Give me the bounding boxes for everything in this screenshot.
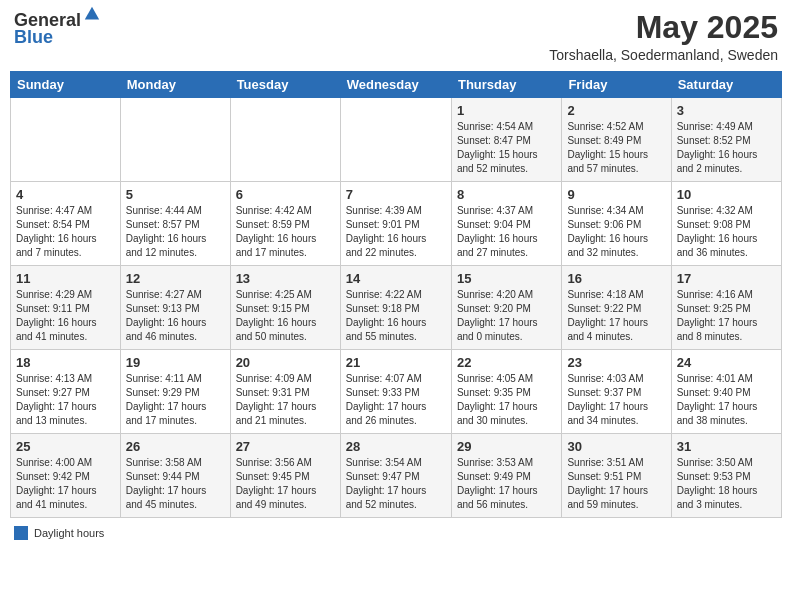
day-header-tuesday: Tuesday [230, 72, 340, 98]
day-info: Sunrise: 3:50 AM Sunset: 9:53 PM Dayligh… [677, 456, 776, 512]
day-number: 19 [126, 355, 225, 370]
day-number: 18 [16, 355, 115, 370]
day-cell: 24Sunrise: 4:01 AM Sunset: 9:40 PM Dayli… [671, 350, 781, 434]
day-number: 9 [567, 187, 665, 202]
day-info: Sunrise: 4:07 AM Sunset: 9:33 PM Dayligh… [346, 372, 446, 428]
day-cell: 5Sunrise: 4:44 AM Sunset: 8:57 PM Daylig… [120, 182, 230, 266]
day-info: Sunrise: 4:11 AM Sunset: 9:29 PM Dayligh… [126, 372, 225, 428]
day-info: Sunrise: 4:16 AM Sunset: 9:25 PM Dayligh… [677, 288, 776, 344]
day-info: Sunrise: 4:27 AM Sunset: 9:13 PM Dayligh… [126, 288, 225, 344]
day-cell: 6Sunrise: 4:42 AM Sunset: 8:59 PM Daylig… [230, 182, 340, 266]
day-number: 29 [457, 439, 556, 454]
day-info: Sunrise: 4:44 AM Sunset: 8:57 PM Dayligh… [126, 204, 225, 260]
day-cell [230, 98, 340, 182]
logo-blue-text: Blue [14, 27, 53, 48]
day-info: Sunrise: 4:54 AM Sunset: 8:47 PM Dayligh… [457, 120, 556, 176]
day-number: 15 [457, 271, 556, 286]
day-cell [120, 98, 230, 182]
day-cell: 20Sunrise: 4:09 AM Sunset: 9:31 PM Dayli… [230, 350, 340, 434]
day-cell: 7Sunrise: 4:39 AM Sunset: 9:01 PM Daylig… [340, 182, 451, 266]
page-header: General Blue May 2025 Torshaella, Soeder… [10, 10, 782, 63]
day-cell: 8Sunrise: 4:37 AM Sunset: 9:04 PM Daylig… [451, 182, 561, 266]
day-number: 25 [16, 439, 115, 454]
day-number: 3 [677, 103, 776, 118]
day-info: Sunrise: 3:56 AM Sunset: 9:45 PM Dayligh… [236, 456, 335, 512]
day-info: Sunrise: 4:05 AM Sunset: 9:35 PM Dayligh… [457, 372, 556, 428]
day-number: 28 [346, 439, 446, 454]
day-cell [11, 98, 121, 182]
day-cell: 3Sunrise: 4:49 AM Sunset: 8:52 PM Daylig… [671, 98, 781, 182]
day-info: Sunrise: 3:58 AM Sunset: 9:44 PM Dayligh… [126, 456, 225, 512]
day-cell: 13Sunrise: 4:25 AM Sunset: 9:15 PM Dayli… [230, 266, 340, 350]
logo-icon [83, 5, 101, 23]
day-number: 8 [457, 187, 556, 202]
day-info: Sunrise: 3:54 AM Sunset: 9:47 PM Dayligh… [346, 456, 446, 512]
day-number: 7 [346, 187, 446, 202]
day-info: Sunrise: 4:49 AM Sunset: 8:52 PM Dayligh… [677, 120, 776, 176]
day-cell: 25Sunrise: 4:00 AM Sunset: 9:42 PM Dayli… [11, 434, 121, 518]
day-header-friday: Friday [562, 72, 671, 98]
day-number: 26 [126, 439, 225, 454]
day-number: 14 [346, 271, 446, 286]
day-number: 5 [126, 187, 225, 202]
day-info: Sunrise: 4:52 AM Sunset: 8:49 PM Dayligh… [567, 120, 665, 176]
day-header-sunday: Sunday [11, 72, 121, 98]
day-cell: 28Sunrise: 3:54 AM Sunset: 9:47 PM Dayli… [340, 434, 451, 518]
day-number: 31 [677, 439, 776, 454]
day-number: 22 [457, 355, 556, 370]
day-cell: 17Sunrise: 4:16 AM Sunset: 9:25 PM Dayli… [671, 266, 781, 350]
logo: General Blue [14, 10, 101, 48]
day-cell: 12Sunrise: 4:27 AM Sunset: 9:13 PM Dayli… [120, 266, 230, 350]
day-cell: 19Sunrise: 4:11 AM Sunset: 9:29 PM Dayli… [120, 350, 230, 434]
day-info: Sunrise: 3:53 AM Sunset: 9:49 PM Dayligh… [457, 456, 556, 512]
day-header-saturday: Saturday [671, 72, 781, 98]
day-info: Sunrise: 4:22 AM Sunset: 9:18 PM Dayligh… [346, 288, 446, 344]
day-info: Sunrise: 4:09 AM Sunset: 9:31 PM Dayligh… [236, 372, 335, 428]
day-cell [340, 98, 451, 182]
day-info: Sunrise: 4:32 AM Sunset: 9:08 PM Dayligh… [677, 204, 776, 260]
day-info: Sunrise: 4:25 AM Sunset: 9:15 PM Dayligh… [236, 288, 335, 344]
day-cell: 29Sunrise: 3:53 AM Sunset: 9:49 PM Dayli… [451, 434, 561, 518]
day-cell: 31Sunrise: 3:50 AM Sunset: 9:53 PM Dayli… [671, 434, 781, 518]
day-cell: 18Sunrise: 4:13 AM Sunset: 9:27 PM Dayli… [11, 350, 121, 434]
day-header-monday: Monday [120, 72, 230, 98]
day-cell: 9Sunrise: 4:34 AM Sunset: 9:06 PM Daylig… [562, 182, 671, 266]
day-number: 2 [567, 103, 665, 118]
day-info: Sunrise: 4:39 AM Sunset: 9:01 PM Dayligh… [346, 204, 446, 260]
day-cell: 27Sunrise: 3:56 AM Sunset: 9:45 PM Dayli… [230, 434, 340, 518]
day-cell: 23Sunrise: 4:03 AM Sunset: 9:37 PM Dayli… [562, 350, 671, 434]
day-cell: 16Sunrise: 4:18 AM Sunset: 9:22 PM Dayli… [562, 266, 671, 350]
day-headers-row: SundayMondayTuesdayWednesdayThursdayFrid… [11, 72, 782, 98]
day-number: 12 [126, 271, 225, 286]
day-header-thursday: Thursday [451, 72, 561, 98]
day-info: Sunrise: 3:51 AM Sunset: 9:51 PM Dayligh… [567, 456, 665, 512]
week-row-4: 18Sunrise: 4:13 AM Sunset: 9:27 PM Dayli… [11, 350, 782, 434]
week-row-1: 1Sunrise: 4:54 AM Sunset: 8:47 PM Daylig… [11, 98, 782, 182]
day-number: 13 [236, 271, 335, 286]
title-section: May 2025 Torshaella, Soedermanland, Swed… [549, 10, 778, 63]
day-cell: 26Sunrise: 3:58 AM Sunset: 9:44 PM Dayli… [120, 434, 230, 518]
day-number: 21 [346, 355, 446, 370]
svg-marker-0 [85, 6, 99, 19]
day-number: 17 [677, 271, 776, 286]
day-info: Sunrise: 4:29 AM Sunset: 9:11 PM Dayligh… [16, 288, 115, 344]
day-cell: 15Sunrise: 4:20 AM Sunset: 9:20 PM Dayli… [451, 266, 561, 350]
day-info: Sunrise: 4:13 AM Sunset: 9:27 PM Dayligh… [16, 372, 115, 428]
week-row-2: 4Sunrise: 4:47 AM Sunset: 8:54 PM Daylig… [11, 182, 782, 266]
legend-label: Daylight hours [34, 527, 104, 539]
month-title: May 2025 [549, 10, 778, 45]
day-number: 16 [567, 271, 665, 286]
day-header-wednesday: Wednesday [340, 72, 451, 98]
week-row-3: 11Sunrise: 4:29 AM Sunset: 9:11 PM Dayli… [11, 266, 782, 350]
calendar-table: SundayMondayTuesdayWednesdayThursdayFrid… [10, 71, 782, 518]
day-info: Sunrise: 4:01 AM Sunset: 9:40 PM Dayligh… [677, 372, 776, 428]
day-cell: 2Sunrise: 4:52 AM Sunset: 8:49 PM Daylig… [562, 98, 671, 182]
day-info: Sunrise: 4:47 AM Sunset: 8:54 PM Dayligh… [16, 204, 115, 260]
day-number: 23 [567, 355, 665, 370]
day-number: 27 [236, 439, 335, 454]
day-info: Sunrise: 4:18 AM Sunset: 9:22 PM Dayligh… [567, 288, 665, 344]
day-number: 20 [236, 355, 335, 370]
day-info: Sunrise: 4:03 AM Sunset: 9:37 PM Dayligh… [567, 372, 665, 428]
day-number: 10 [677, 187, 776, 202]
calendar-footer: Daylight hours [10, 526, 782, 540]
